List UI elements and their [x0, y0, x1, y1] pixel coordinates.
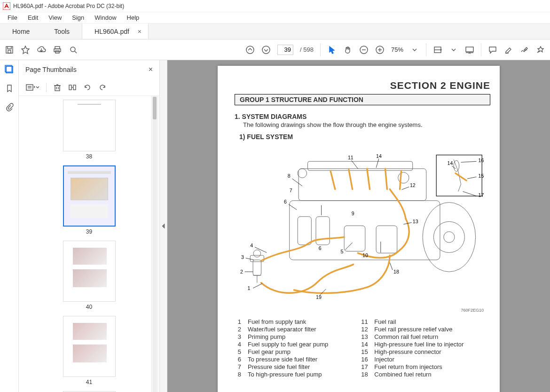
- svg-point-10: [262, 46, 270, 54]
- svg-line-66: [289, 204, 297, 210]
- attachment-rail-icon[interactable]: [4, 102, 15, 113]
- tab-close-icon[interactable]: ×: [138, 28, 141, 35]
- svg-point-46: [298, 169, 306, 178]
- svg-text:11: 11: [348, 155, 354, 160]
- svg-marker-36: [162, 224, 165, 228]
- diagram-legend: 1Fuel from supply tank 2Water/fuel separ…: [235, 318, 490, 378]
- thumbnails-title: Page Thumbnails: [25, 66, 77, 73]
- svg-text:1: 1: [247, 285, 250, 291]
- tab-document-label: HL960A.pdf: [94, 28, 129, 35]
- toolbar: / 598 75%: [0, 39, 550, 60]
- document-viewport[interactable]: SECTION 2 ENGINE GROUP 1 STRUCTURE AND F…: [167, 60, 550, 392]
- menu-window[interactable]: Window: [90, 13, 121, 22]
- svg-rect-28: [55, 86, 60, 91]
- svg-text:9: 9: [352, 211, 354, 216]
- tab-document[interactable]: HL960A.pdf ×: [82, 24, 149, 39]
- svg-text:14: 14: [376, 153, 382, 159]
- delete-thumb-icon[interactable]: [53, 83, 62, 92]
- sign-icon[interactable]: [520, 45, 529, 55]
- svg-line-75: [352, 160, 358, 168]
- pointer-icon[interactable]: [327, 45, 337, 55]
- svg-rect-48: [308, 161, 413, 170]
- tab-home[interactable]: Home: [0, 24, 42, 39]
- thumbnails-rail-icon[interactable]: [4, 64, 15, 75]
- menu-file[interactable]: File: [3, 13, 22, 22]
- zoom-level[interactable]: 75%: [391, 46, 403, 53]
- body-text: The following drawings show the flow thr…: [243, 121, 490, 128]
- bookmark-rail-icon[interactable]: [4, 83, 15, 94]
- svg-line-70: [292, 179, 302, 186]
- svg-text:14: 14: [447, 160, 453, 166]
- svg-text:13: 13: [413, 219, 418, 224]
- svg-text:8: 8: [288, 173, 291, 179]
- thumbnail-41[interactable]: 41: [63, 316, 116, 385]
- svg-rect-34: [73, 85, 76, 90]
- page-number-input[interactable]: [277, 45, 293, 55]
- svg-point-51: [253, 250, 261, 258]
- svg-text:18: 18: [393, 269, 399, 274]
- thumb-options-icon[interactable]: [25, 84, 39, 91]
- more-tools-icon[interactable]: [536, 45, 545, 55]
- window-title: HL960A.pdf - Adobe Acrobat Pro DC (32-bi…: [13, 3, 124, 9]
- thumbnails-panel: Page Thumbnails × 38 39: [19, 60, 160, 392]
- svg-text:4: 4: [250, 243, 253, 248]
- tab-tools[interactable]: Tools: [42, 24, 82, 39]
- menu-help[interactable]: Help: [122, 13, 144, 22]
- svg-line-64: [345, 243, 353, 250]
- rotate-ccw-icon[interactable]: [83, 83, 92, 92]
- close-panel-icon[interactable]: ×: [149, 65, 153, 74]
- page-total: / 598: [300, 46, 314, 53]
- zoom-dropdown-icon[interactable]: [410, 45, 419, 55]
- svg-rect-5: [54, 49, 61, 52]
- svg-rect-42: [298, 217, 311, 245]
- engine-diagram: 1 2 3 4 5 6 7 8 10 11 12 13 14 14: [239, 143, 486, 313]
- svg-point-39: [423, 203, 476, 272]
- svg-text:7: 7: [290, 188, 292, 193]
- thumbnails-scrollbar[interactable]: [151, 96, 158, 392]
- hand-icon[interactable]: [343, 45, 353, 55]
- thumbnail-40[interactable]: 40: [63, 241, 116, 310]
- menu-sign[interactable]: Sign: [67, 13, 89, 22]
- section-title: SECTION 2 ENGINE: [235, 80, 490, 91]
- page-down-icon[interactable]: [261, 45, 271, 55]
- svg-text:15: 15: [478, 173, 484, 179]
- collapse-panel-button[interactable]: [160, 60, 167, 392]
- svg-text:17: 17: [478, 192, 484, 198]
- svg-rect-4: [55, 47, 60, 49]
- thumbnails-tools: [19, 79, 159, 96]
- zoom-out-icon[interactable]: [359, 45, 369, 55]
- read-mode-icon[interactable]: [465, 45, 474, 55]
- fit-dropdown-icon[interactable]: [449, 45, 458, 55]
- svg-text:12: 12: [410, 182, 416, 188]
- cloud-icon[interactable]: [37, 45, 46, 55]
- svg-line-60: [246, 258, 254, 260]
- zoom-in-icon[interactable]: [375, 45, 385, 55]
- svg-point-41: [444, 232, 455, 243]
- svg-text:2: 2: [240, 269, 243, 274]
- highlight-icon[interactable]: [504, 45, 513, 55]
- svg-point-40: [433, 221, 464, 252]
- svg-rect-49: [253, 260, 261, 275]
- svg-line-81: [376, 159, 379, 168]
- menu-edit[interactable]: Edit: [23, 13, 43, 22]
- search-icon[interactable]: [69, 45, 78, 55]
- save-icon[interactable]: [5, 45, 14, 55]
- menu-view[interactable]: View: [44, 13, 66, 22]
- page-up-icon[interactable]: [245, 45, 255, 55]
- thumb-size-icon[interactable]: [68, 83, 77, 92]
- svg-point-9: [246, 46, 254, 54]
- main-area: Page Thumbnails × 38 39: [0, 60, 550, 392]
- acrobat-icon: [3, 2, 10, 10]
- title-bar: HL960A.pdf - Adobe Acrobat Pro DC (32-bi…: [0, 0, 550, 12]
- svg-marker-3: [22, 46, 29, 54]
- print-icon[interactable]: [53, 45, 62, 55]
- star-icon[interactable]: [21, 45, 30, 55]
- svg-text:19: 19: [316, 294, 322, 300]
- svg-rect-43: [316, 217, 330, 245]
- heading-1: 1. SYSTEM DIAGRAMS: [235, 113, 490, 120]
- rotate-cw-icon[interactable]: [98, 83, 107, 92]
- thumbnail-39[interactable]: 39: [63, 165, 116, 235]
- fit-width-icon[interactable]: [433, 45, 442, 55]
- thumbnail-38[interactable]: 38: [63, 100, 116, 160]
- comment-icon[interactable]: [488, 45, 497, 55]
